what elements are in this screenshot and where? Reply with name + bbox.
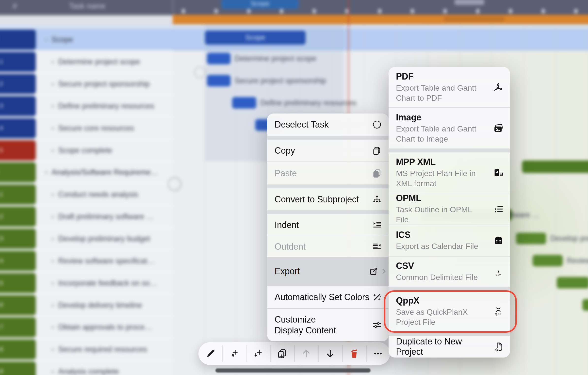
table-row[interactable]: 3.4 +Review software specificat… [0,250,173,272]
row-number-cell[interactable]: 3.5 [0,273,36,293]
table-row[interactable]: 3.5 +Incorporate feedback on so… [0,272,173,294]
table-row[interactable]: 3.2 +Draft preliminary software … [0,206,173,228]
menu-item-export[interactable]: Export [267,257,389,286]
row-number-cell[interactable]: 2.4 [0,118,36,138]
gantt-bar[interactable] [533,255,563,266]
row-number: 3.6 [0,302,3,309]
row-number: 3.3 [0,235,3,242]
add-subtask-icon[interactable] [222,342,246,365]
task-marker-icon: + [51,279,55,287]
watermark-circle [168,177,182,191]
gantt-bar-label: Determine project scope [235,54,316,63]
menu-item-customize-display-content[interactable]: Customize Display Content [267,309,389,341]
row-number: 2.1 [0,58,3,65]
row-number-cell[interactable]: 3.1 [0,184,36,205]
gantt-bar[interactable] [207,53,230,64]
ms-project-icon: P [493,167,504,178]
task-marker-icon: + [51,147,55,154]
table-row[interactable]: 2.4 +Secure core resources [0,117,173,139]
gantt-bar-label: Develop preliminary budget [550,234,588,243]
duplicate-task-icon[interactable] [270,342,294,365]
submenu-item-csv[interactable]: CSV Common Delimited File , csv [389,257,510,287]
row-number-cell[interactable]: 2.3 [0,96,36,116]
outline-list-icon [493,203,504,215]
gantt-bar[interactable] [557,277,588,289]
outdent-icon [372,242,382,252]
row-number-cell[interactable]: 3.8 [0,339,36,359]
submenu-item-opml[interactable]: OPML Task Outline in OPML File [389,193,510,225]
row-number: 2.5 [0,147,3,154]
task-marker-icon: + [51,103,55,110]
row-number-cell[interactable]: 3.4 [0,251,36,271]
task-label: +Determine project scope [51,58,140,66]
task-label: +Obtain approvals to proce… [51,323,152,332]
timeline-tick [182,9,185,13]
horizontal-scrollbar[interactable] [215,368,371,373]
task-marker-icon: + [51,58,55,66]
row-number-cell[interactable]: 3.2 [0,207,36,227]
row-number-cell[interactable]: 3.6 [0,295,36,315]
gantt-group-bar-analysis[interactable] [522,161,588,173]
submenu-item-image[interactable]: Image Export Table and Gantt Chart to Im… [389,108,510,148]
row-number-cell[interactable]: 3 [0,162,36,182]
timeline-tick [411,9,414,13]
gantt-bar[interactable] [232,97,256,109]
task-label: +Secure project sponsorship [51,80,150,88]
row-number-cell[interactable]: 2.1 [0,52,36,72]
menu-item-convert-to-subproject[interactable]: Convert to Subproject [267,188,389,210]
menu-item-outdent[interactable]: Outdent [267,236,389,257]
menu-item-deselect-task[interactable]: Deselect Task [267,114,389,136]
row-number-cell[interactable]: 3.7 [0,317,36,337]
table-row[interactable]: 2 +Scope [0,29,173,51]
more-options-icon[interactable] [366,342,390,365]
move-down-icon[interactable] [318,342,342,365]
menu-item-indent[interactable]: Indent [267,214,389,236]
row-number-cell[interactable]: 3.9 [0,361,36,375]
submenu-item-mpp-xml[interactable]: MPP XML MS Project Plan File in XML form… [389,152,510,193]
table-row[interactable]: 2.3 +Define preliminary resources [0,95,173,117]
table-row[interactable]: 2.2 +Secure project sponsorship [0,73,173,95]
task-label: +Analysis/Software Requireme… [44,168,158,177]
row-number-cell[interactable]: 2 [0,30,36,50]
menu-item-automatically-set-colors[interactable]: Automatically Set Colors [267,286,389,308]
add-task-below-icon[interactable] [246,342,270,365]
table-row[interactable]: 3.6 +Develop delivery timeline [0,294,173,316]
copy-icon [372,146,382,156]
table-row[interactable]: 3.9 +Analysis complete [0,360,173,375]
row-number-cell[interactable]: 3.3 [0,229,36,249]
delete-task-icon[interactable] [342,342,366,365]
gantt-bar[interactable] [516,233,546,244]
table-row[interactable]: 3.7 +Obtain approvals to proce… [0,316,173,338]
sliders-icon [372,320,382,330]
menu-item-copy[interactable]: Copy [267,140,389,162]
gantt-bar-label: Secure project sponsorship [235,76,326,85]
row-number: 3.7 [0,324,3,331]
subproject-tree-icon [372,194,382,205]
task-label: +Scope complete [51,146,112,155]
task-label: +Incorporate feedback on so… [51,279,157,287]
timeline-scope-pill[interactable]: Scope [221,0,299,9]
gantt-bar[interactable] [207,75,230,86]
table-row[interactable]: 2.1 +Determine project scope [0,51,173,73]
table-row[interactable]: 3.1 +Conduct needs analysis [0,183,173,206]
table-row[interactable]: 3.3 +Develop preliminary budget [0,228,173,250]
gantt-group-bar-scope[interactable]: Scope [205,31,306,45]
table-row[interactable]: 3.8 +Secure required resources [0,338,173,360]
table-row[interactable]: 3 +Analysis/Software Requireme… [0,161,173,183]
task-marker-icon: + [51,191,55,198]
row-number-cell[interactable]: 2.2 [0,74,36,94]
submenu-item-duplicate-to-new-project[interactable]: Duplicate to New Project [389,336,510,358]
timeline-tick [280,9,283,13]
pdf-acrobat-icon [493,82,504,93]
edit-pencil-icon[interactable] [198,342,222,365]
submenu-item-pdf[interactable]: PDF Export Table and Gantt Chart to PDF [389,67,510,107]
submenu-item-ics[interactable]: ICS Export as Calendar File [389,225,510,256]
menu-item-paste[interactable]: Paste [267,162,389,184]
row-number: 3.2 [0,213,3,220]
task-marker-icon: + [51,324,55,331]
table-row[interactable]: 2.5 +Scope complete [0,139,173,162]
move-up-icon[interactable] [294,342,318,365]
task-label: +Secure core resources [51,124,134,132]
gantt-bar[interactable] [582,299,588,311]
row-number-cell[interactable]: 2.5 [0,140,36,161]
